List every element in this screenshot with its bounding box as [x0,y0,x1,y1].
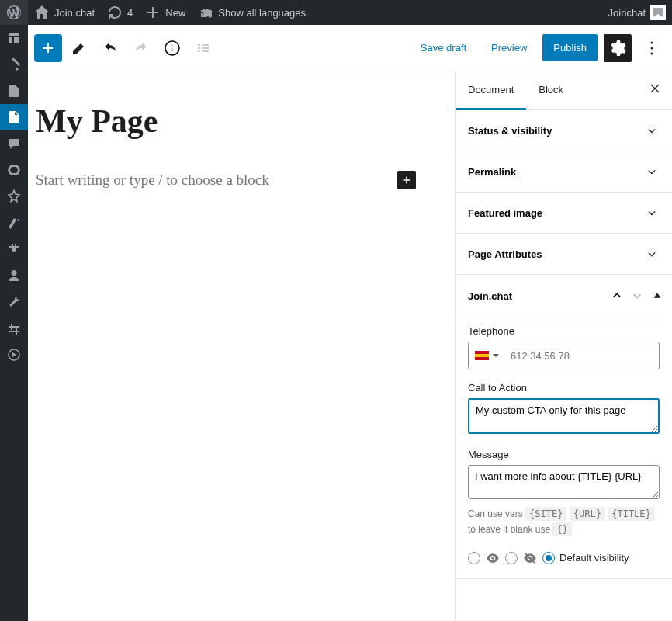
message-label: Message [468,449,660,460]
page-title[interactable]: My Page [36,102,416,140]
tab-block[interactable]: Block [526,71,576,109]
help-text: Can use vars {SITE} {URL} {TITLE} to lea… [468,506,660,538]
languages-label: Show all languages [218,7,306,19]
sidebar-item-3[interactable] [0,342,28,368]
sidebar-dashboard[interactable] [0,25,28,51]
preview-button[interactable]: Preview [482,36,536,60]
settings-toggle-button[interactable] [604,34,632,62]
gear-icon [608,39,627,57]
undo-button[interactable] [96,34,124,62]
avatar [650,5,666,20]
telephone-label: Telephone [468,325,660,337]
admin-sidebar [0,25,28,621]
inline-add-block-button[interactable] [397,171,416,189]
sidebar-plugins[interactable] [0,236,28,262]
panel-permalink[interactable]: Permalink [456,151,672,192]
sidebar-media[interactable] [0,78,28,104]
caret-down-icon [492,352,500,359]
translate-icon [198,5,213,20]
panel-status[interactable]: Status & visibility [456,110,672,151]
editor-canvas[interactable]: My Page Start writing or type / to choos… [28,71,455,621]
close-icon [647,81,663,96]
editor: Save draft Preview Publish My Page Start… [28,25,672,621]
undo-icon [101,39,120,57]
list-icon [194,39,213,57]
chevron-down-icon [644,246,660,262]
plus-icon [400,173,414,187]
cta-label: Call to Action [468,382,660,394]
phone-input[interactable] [506,350,659,362]
chevron-down-icon [644,205,660,220]
user-greeting: Joinchat [608,7,646,19]
info-icon [163,39,182,57]
sidebar-settings[interactable] [0,315,28,342]
sidebar-posts[interactable] [0,51,28,78]
panel-featured-image[interactable]: Featured image [456,193,672,233]
visibility-show-radio[interactable] [468,552,480,564]
chevron-up-icon[interactable] [608,287,625,304]
message-textarea[interactable] [468,465,660,499]
outline-button[interactable] [189,34,217,62]
svg-point-3 [651,47,653,49]
tab-document[interactable]: Document [456,71,526,110]
plus-icon [39,39,57,57]
country-selector[interactable] [469,351,506,360]
svg-point-2 [651,41,653,43]
user-link[interactable]: Joinchat [602,0,672,25]
publish-button[interactable]: Publish [542,34,598,61]
phone-input-wrapper [468,342,660,369]
sidebar-users[interactable] [0,262,28,289]
sidebar-pages[interactable] [0,104,28,130]
new-label: New [165,7,185,19]
visibility-default-radio[interactable] [542,552,555,564]
plus-icon [145,5,161,20]
block-placeholder[interactable]: Start writing or type / to choose a bloc… [36,172,397,189]
spain-flag-icon [475,351,489,360]
sidebar-item-1[interactable] [0,157,28,183]
eye-icon[interactable] [485,550,501,566]
visibility-default-label: Default visibility [559,552,629,564]
updates-link[interactable]: 4 [101,0,139,25]
sidebar-tools[interactable] [0,289,28,315]
home-icon [34,5,50,20]
languages-link[interactable]: Show all languages [192,0,312,25]
panel-joinchat[interactable]: Join.chat [456,275,672,317]
inspector-sidebar: Document Block Status & visibility Perma… [455,71,672,621]
redo-button[interactable] [127,34,155,62]
kebab-icon [643,39,661,57]
site-name: Join.chat [54,7,95,19]
site-link[interactable]: Join.chat [28,0,101,25]
add-block-button[interactable] [34,34,62,62]
sidebar-appearance[interactable] [0,210,28,236]
wp-logo[interactable] [0,0,28,25]
visibility-hide-radio[interactable] [505,552,518,564]
more-options-button[interactable] [638,34,666,62]
chevron-down-icon [644,123,660,138]
new-link[interactable]: New [139,0,192,25]
edit-mode-button[interactable] [65,34,93,62]
admin-bar: Join.chat 4 New Show all languages Joinc… [0,0,672,25]
chevron-down-icon [644,164,660,179]
close-inspector-button[interactable] [638,71,672,109]
eye-off-icon[interactable] [522,550,538,566]
sidebar-item-2[interactable] [0,183,28,210]
cta-textarea[interactable] [468,398,660,434]
editor-header: Save draft Preview Publish [28,25,672,71]
sidebar-comments[interactable] [0,130,28,157]
redo-icon [132,39,151,57]
pencil-icon [70,39,88,57]
triangle-up-icon[interactable] [649,287,666,304]
save-draft-button[interactable]: Save draft [411,36,476,60]
panel-page-attributes[interactable]: Page Attributes [456,234,672,274]
refresh-icon [107,5,123,20]
svg-point-4 [651,52,653,54]
chevron-down-icon[interactable] [629,287,646,304]
info-button[interactable] [158,34,186,62]
updates-count: 4 [127,7,133,19]
